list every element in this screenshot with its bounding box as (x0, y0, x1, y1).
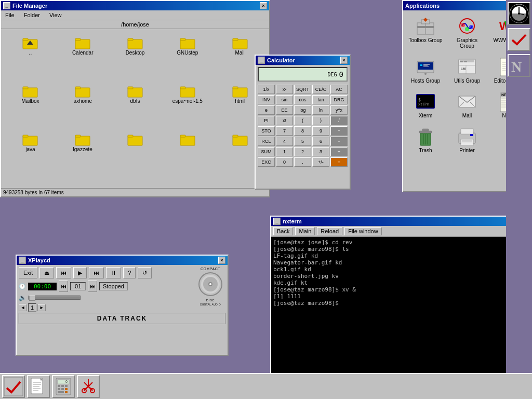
calc-btn-sum[interactable]: SUM (258, 147, 275, 156)
calc-btn-1x[interactable]: 1/x (258, 85, 275, 94)
calc-close[interactable]: × (340, 57, 348, 64)
calc-btn-lparen[interactable]: ( (294, 116, 311, 125)
app-hosts[interactable]: Hosts Group (406, 54, 445, 86)
xplaycd-titlebar[interactable]: _ XPlaycd × (17, 256, 228, 265)
calc-btn-drg[interactable]: DRG (330, 95, 348, 104)
clock-icon[interactable] (508, 2, 530, 25)
file-manager-minimize[interactable]: _ (3, 2, 10, 9)
calc-btn-9[interactable]: 9 (312, 126, 329, 136)
xplay-trk-prev-btn[interactable]: ⏮ (59, 281, 68, 292)
calc-btn-log[interactable]: log (294, 105, 311, 115)
file-item-calendar[interactable]: Calendar (58, 33, 108, 79)
file-item-axhome[interactable]: axhome (58, 82, 108, 128)
calc-btn-7[interactable]: 7 (276, 126, 293, 136)
file-item-espanol[interactable]: espa~nol-1.5 (162, 82, 212, 128)
calc-btn-0[interactable]: 0 (276, 157, 293, 167)
app-trash[interactable]: Trash (406, 124, 445, 155)
terminal-body[interactable]: [jose@taz jose]$ cd rev [jose@taz marzo9… (271, 237, 529, 392)
calc-btn-4[interactable]: 4 (276, 137, 293, 146)
calc-btn-eq[interactable]: = (330, 157, 348, 167)
xplay-exit-btn[interactable]: Exit (19, 267, 37, 278)
calc-btn-ee[interactable]: EE (276, 105, 293, 115)
file-manager-titlebar[interactable]: _ File Manager × (1, 1, 269, 10)
file-item-desktop[interactable]: Desktop (110, 33, 161, 79)
xplay-prev-btn[interactable]: ⏮ (56, 267, 71, 278)
check-icon[interactable] (508, 28, 530, 51)
calc-btn-pi[interactable]: PI (258, 116, 275, 125)
calc-btn-3[interactable]: 3 (312, 147, 329, 156)
calc-btn-cec[interactable]: CE/C (312, 85, 329, 94)
app-graphics[interactable]: Graphics Group (448, 14, 486, 51)
calc-btn-ac[interactable]: AC (330, 85, 348, 94)
calc-btn-sin[interactable]: sin (276, 95, 293, 104)
calc-btn-e[interactable]: e (258, 105, 275, 115)
calc-btn-inv[interactable]: INV (258, 95, 275, 104)
xplay-info-btn[interactable]: ? (123, 267, 136, 278)
calc-btn-ln[interactable]: ln (312, 105, 329, 115)
calc-btn-tan[interactable]: tan (312, 95, 329, 104)
calc-btn-div[interactable]: / (330, 116, 348, 125)
taskbar-calculator-btn[interactable]: 0 (52, 375, 75, 398)
track-prev-btn[interactable]: ◄ (19, 304, 27, 311)
menu-file[interactable]: File (3, 11, 17, 19)
taskbar-cut-btn[interactable] (77, 375, 100, 398)
term-main-btn[interactable]: Main (295, 227, 315, 235)
calc-btn-sub[interactable]: - (330, 137, 348, 146)
file-item-extra2[interactable] (162, 130, 212, 176)
app-toolbox[interactable]: Toolbox Group (406, 14, 445, 51)
calc-btn-rcl[interactable]: RCL (258, 137, 275, 146)
terminal-titlebar[interactable]: _ nxterm × (271, 217, 529, 226)
xplay-play-btn[interactable]: ▶ (73, 267, 87, 278)
xplay-next-btn[interactable]: ⏭ (89, 267, 104, 278)
menu-view[interactable]: View (47, 11, 64, 19)
calc-btn-5[interactable]: 5 (294, 137, 311, 146)
xplaycd-close[interactable]: × (218, 257, 225, 264)
file-item-gnustep[interactable]: GNUstep (162, 33, 212, 79)
file-manager-close[interactable]: × (260, 2, 267, 9)
taskbar-checkmark-btn[interactable] (2, 375, 25, 398)
calculator-titlebar[interactable]: _ Calculator × (256, 56, 350, 65)
calc-btn-6[interactable]: 6 (312, 137, 329, 146)
calc-btn-plusminus[interactable]: +/- (312, 157, 329, 167)
file-item-dbfs[interactable]: dbfs (110, 82, 161, 128)
calc-btn-add[interactable]: + (330, 147, 348, 156)
file-item-mailbox[interactable]: Mailbox (5, 82, 56, 128)
calc-btn-sqrt[interactable]: SQRT (294, 85, 311, 94)
file-item-java[interactable]: java (5, 130, 56, 176)
xplay-trk-next-btn[interactable]: ⏭ (88, 281, 97, 292)
xplay-repeat-btn[interactable]: ↺ (138, 267, 152, 278)
calc-btn-cos[interactable]: cos (294, 95, 311, 104)
calc-btn-8[interactable]: 8 (294, 126, 311, 136)
calc-btn-mul[interactable]: * (330, 126, 348, 136)
xplay-pause-btn[interactable]: ⏸ (106, 267, 121, 278)
file-item-up[interactable]: .. (5, 33, 56, 79)
calc-btn-xf[interactable]: x! (276, 116, 293, 125)
n-logo-icon[interactable]: N (508, 54, 530, 77)
term-filewindow-btn[interactable]: File window (344, 227, 381, 235)
app-xterm[interactable]: $ _ xterm Xterm (406, 89, 445, 121)
svg-point-46 (424, 73, 427, 75)
app-utils[interactable]: Util Utils Group (448, 54, 486, 86)
term-reload-btn[interactable]: Reload (317, 227, 342, 235)
calc-btn-sto[interactable]: STO (258, 126, 275, 136)
calc-minimize[interactable]: _ (258, 57, 265, 64)
menu-folder[interactable]: Folder (22, 11, 42, 19)
calc-btn-2[interactable]: 2 (294, 147, 311, 156)
calc-btn-x2[interactable]: x² (276, 85, 293, 94)
app-printer[interactable]: Printer (448, 124, 486, 155)
file-item-extra1[interactable] (110, 130, 161, 176)
calc-btn-dot[interactable]: . (294, 157, 311, 167)
calc-btn-yx[interactable]: y^x (330, 105, 348, 115)
app-mail[interactable]: Mail (448, 89, 486, 121)
term-back-btn[interactable]: Back (273, 227, 293, 235)
calc-btn-exc[interactable]: EXC (258, 157, 275, 167)
xplay-eject-btn[interactable]: ⏏ (39, 267, 54, 278)
xplaycd-minimize[interactable]: _ (19, 257, 26, 264)
terminal-minimize[interactable]: _ (273, 218, 281, 225)
taskbar-document-btn[interactable] (27, 375, 50, 398)
calc-btn-1[interactable]: 1 (276, 147, 293, 156)
file-item-lgazzete[interactable]: lgazzete (58, 130, 108, 176)
track-next-btn[interactable]: ► (37, 304, 46, 311)
calc-btn-rparen[interactable]: ) (312, 116, 329, 125)
volume-slider[interactable] (29, 296, 81, 300)
